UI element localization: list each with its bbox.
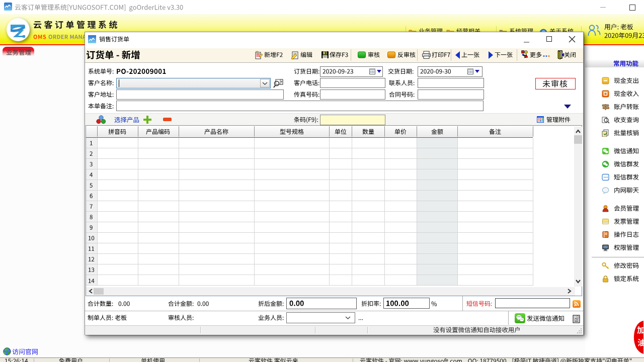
svg-text:?: ?: [542, 30, 545, 36]
